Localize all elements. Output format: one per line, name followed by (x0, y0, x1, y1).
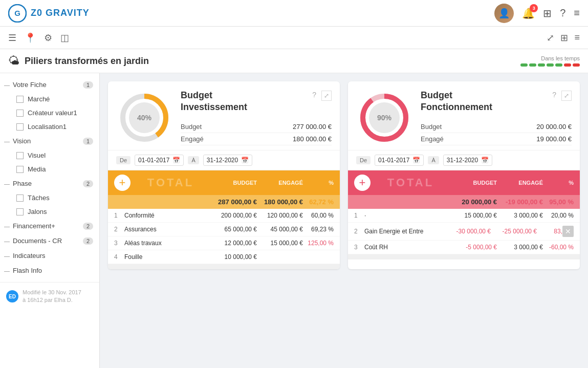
badge: 2 (83, 237, 93, 245)
th-engage: ENGAGÉ (257, 180, 303, 186)
data-table-fonct: 1 · 15 000,00 € 3 000,00 € 20,00 % 2 Gai… (348, 209, 580, 254)
card-stats-fonct: Budget 20 000.00 € Engagé 19 000.00 € (421, 121, 572, 145)
notifications-badge: 3 (530, 4, 538, 12)
stat-label: Engagé (421, 135, 444, 143)
calendar-from-icon: 📅 (412, 157, 420, 164)
badge: 2 (83, 180, 93, 187)
stat-row-budget-fonct: Budget 20 000.00 € (421, 121, 572, 133)
sidebar-item-jalons[interactable]: Jalons (0, 205, 99, 219)
minus-icon: — (4, 181, 10, 187)
sidebar-item-marche[interactable]: Marché (0, 92, 99, 106)
summary-percent: 62,72 % (303, 198, 334, 206)
logo-area: G z0 Gravity (8, 4, 90, 23)
sidebar-item-documents-cr[interactable]: — Documents - CR 2 (0, 233, 99, 248)
main-layout: — Votre Fiche 1 Marché Créateur valeur 1… (0, 73, 588, 368)
help-icon[interactable]: ? (560, 7, 565, 19)
badge: 1 (83, 138, 93, 145)
badge: 2 (83, 223, 93, 230)
sidebar-item-createur-valeur[interactable]: Créateur valeur 1 (0, 106, 99, 120)
sidebar-footer: ED Modifié le 30 Nov. 2017à 16h12 par El… (0, 282, 99, 311)
summary-budget: 20 000,00 € (451, 198, 497, 206)
scrollbar-fonct[interactable] (348, 254, 580, 259)
add-button-fonct[interactable]: + (354, 175, 371, 191)
card-top: 40% BudgetInvestissement ? ⤢ (108, 81, 340, 150)
sidebar-item-flash-info[interactable]: — Flash Info (0, 263, 99, 278)
sidebar-item-phase[interactable]: — Phase 2 (0, 176, 99, 191)
dot-3 (538, 63, 545, 67)
table-header-fonct: + TOTAL BUDGET ENGAGÉ % (348, 170, 580, 195)
layers-icon[interactable]: ◫ (60, 32, 69, 44)
sidebar-item-localisation[interactable]: Localisation 1 (0, 120, 99, 134)
stat-label: Engagé (181, 135, 204, 143)
th-percent: % (303, 180, 334, 186)
summary-engage: -19 000,00 € (497, 198, 543, 206)
badge: 1 (74, 109, 77, 117)
grid-icon[interactable]: ⊞ (560, 32, 568, 44)
settings-icon[interactable]: ⚙ (44, 32, 52, 44)
date-row-fonct: De 01-01-2017 📅 À 31-12-2020 📅 (348, 150, 580, 170)
checkbox[interactable] (16, 110, 24, 117)
gauge-svg-fonct: 90% (356, 90, 412, 146)
logo-icon: G (8, 4, 27, 23)
sidebar-label: Marché (28, 95, 50, 103)
checkbox[interactable] (16, 123, 24, 131)
scrollbar-invest[interactable] (108, 264, 340, 269)
minus-icon: — (4, 223, 10, 229)
checkbox[interactable] (16, 96, 24, 103)
checkbox[interactable] (16, 194, 24, 202)
th-budget: BUDGET (211, 180, 257, 186)
card-top-fonct: 90% BudgetFonctionnement ? ⤢ (348, 81, 580, 150)
toolbar-right: ⤢ ⊞ ≡ (547, 32, 580, 44)
sidebar-item-votre-fiche[interactable]: — Votre Fiche 1 (0, 77, 99, 92)
dot-2 (529, 63, 536, 67)
expand-icon[interactable]: ⤢ (547, 32, 554, 44)
expand-icon-invest[interactable]: ⤢ (321, 91, 332, 101)
avatar-image: 👤 (494, 4, 514, 23)
notifications-bell[interactable]: 🔔 3 (522, 7, 535, 19)
add-button-invest[interactable]: + (114, 175, 130, 191)
date-to-fonct[interactable]: 31-12-2020 📅 (443, 155, 492, 166)
gauge-svg: 40% (116, 90, 172, 146)
sidebar-item-taches[interactable]: Tâches (0, 191, 99, 205)
table-row: 4 Fouille 10 000,00 € (108, 250, 340, 264)
date-from-fonct[interactable]: 01-01-2017 📅 (375, 155, 424, 166)
th-engage: ENGAGÉ (497, 180, 543, 186)
cards-row: 40% BudgetInvestissement ? ⤢ (108, 81, 580, 269)
minus-icon: — (4, 268, 10, 274)
card-stats-invest: Budget 277 000.00 € Engagé 180 000.00 € (181, 121, 332, 145)
checkbox[interactable] (16, 208, 24, 215)
expand-icon-fonct[interactable]: ⤢ (561, 91, 572, 101)
stat-value: 180 000.00 € (293, 135, 332, 143)
toolbar-left: ☰ 📍 ⚙ ◫ (8, 32, 69, 44)
help-icon-fonct[interactable]: ? (552, 91, 556, 101)
menu-icon[interactable]: ≡ (574, 7, 580, 19)
sidebar-item-financement[interactable]: — Financement+ 2 (0, 219, 99, 233)
table-fonct: + TOTAL BUDGET ENGAGÉ % 20 000,00 € -19 … (348, 170, 580, 259)
sidebar-item-visuel[interactable]: Visuel (0, 148, 99, 162)
sidebar-label: Phase (13, 180, 83, 187)
date-from-invest[interactable]: 01-01-2017 📅 (135, 155, 184, 166)
minus-icon: — (4, 253, 10, 259)
more-icon[interactable]: ≡ (574, 32, 580, 43)
close-row-btn[interactable]: ✕ (562, 226, 574, 237)
stat-row-budget: Budget 277 000.00 € (181, 121, 332, 133)
checkbox[interactable] (16, 152, 24, 159)
summary-row-invest: 287 000,00 € 180 000,00 € 62,72 % (108, 195, 340, 209)
sidebar-item-indicateurs[interactable]: — Indicateurs (0, 248, 99, 263)
calendar-from-icon: 📅 (172, 157, 180, 164)
dot-4 (547, 63, 554, 67)
calendar-icon[interactable]: ⊞ (543, 7, 552, 19)
help-icon-invest[interactable]: ? (312, 91, 316, 101)
location-icon[interactable]: 📍 (25, 32, 36, 44)
checkbox[interactable] (16, 166, 24, 173)
summary-percent: 95,00 % (543, 198, 574, 206)
minus-icon: — (4, 138, 10, 144)
page-title: Piliers transformés en jardin (25, 56, 149, 67)
sidebar-item-vision[interactable]: — Vision 1 (0, 134, 99, 148)
sidebar-item-media[interactable]: Media (0, 162, 99, 176)
card-title-invest: BudgetInvestissement (181, 90, 247, 114)
date-to-invest[interactable]: 31-12-2020 📅 (203, 155, 252, 166)
table-row: 1 · 15 000,00 € 3 000,00 € 20,00 % (348, 209, 580, 223)
dot-5 (555, 63, 562, 67)
hamburger-icon[interactable]: ☰ (8, 32, 16, 44)
